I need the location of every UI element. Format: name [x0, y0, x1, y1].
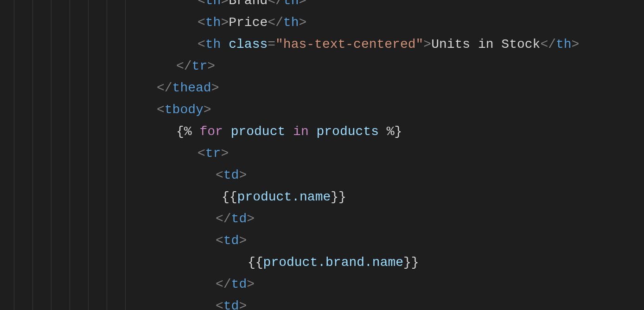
code-line[interactable]: </td> — [0, 273, 579, 295]
token-template-delim: %} — [379, 121, 402, 142]
token-bracket: > — [239, 295, 247, 310]
token-keyword: in — [293, 121, 309, 142]
token-ident: product.brand.name — [263, 252, 403, 273]
token-template-delim: {{ — [222, 186, 237, 208]
token-ident: product.name — [237, 186, 331, 208]
code-line[interactable]: <td> — [0, 230, 579, 252]
token-template-delim: }} — [331, 186, 346, 208]
code-line[interactable]: <tr> — [0, 142, 579, 164]
code-line[interactable]: <th class="has-text-centered">Units in S… — [0, 33, 579, 55]
token-bracket: > — [239, 164, 247, 186]
token-bracket: < — [198, 12, 205, 33]
code-line[interactable]: <th>Brand</th> — [0, 0, 579, 12]
token-bracket: < — [198, 142, 205, 164]
indent-guide — [51, 0, 51, 310]
token-bracket: </ — [216, 208, 231, 230]
token-tag: th — [205, 12, 221, 33]
code-line[interactable]: {% for product in products %} — [0, 121, 579, 142]
indent-guide — [14, 0, 14, 310]
token-bracket: < — [157, 99, 165, 121]
token-bracket: </ — [157, 77, 172, 99]
token-bracket: </ — [176, 55, 192, 77]
token-bracket: > — [572, 33, 580, 55]
code-line[interactable]: </thead> — [0, 77, 579, 99]
token-bracket: > — [299, 0, 306, 12]
token-bracket: </ — [216, 273, 231, 295]
token-bracket: > — [299, 12, 306, 33]
token-tag: th — [283, 0, 299, 12]
indent-guide — [88, 0, 89, 310]
token-bracket: > — [239, 230, 247, 252]
code-line[interactable]: <tbody> — [0, 99, 579, 121]
token-bracket: > — [247, 273, 255, 295]
token-ident: products — [317, 121, 379, 142]
token-tag: th — [205, 0, 221, 12]
code-line[interactable]: {{product.brand.name}} — [0, 252, 579, 273]
token-bracket: > — [221, 0, 229, 12]
token-bracket: > — [247, 208, 255, 230]
token-tag: td — [223, 164, 239, 186]
token-text — [221, 33, 229, 55]
code-line[interactable]: <th>Price</th> — [0, 12, 579, 33]
token-bracket: </ — [540, 33, 556, 55]
token-bracket: < — [198, 33, 205, 55]
token-text — [309, 121, 317, 142]
token-text: Price — [229, 12, 268, 33]
code-area[interactable]: <th>Brand</th><th>Price</th><th class="h… — [0, 0, 579, 310]
token-text — [285, 121, 293, 142]
token-bracket: > — [221, 12, 229, 33]
token-tag: tr — [192, 55, 208, 77]
token-tag: tbody — [165, 99, 204, 121]
token-bracket: > — [423, 33, 431, 55]
token-tag: th — [283, 12, 299, 33]
code-line[interactable]: {{product.name}} — [0, 186, 579, 208]
token-bracket: < — [216, 230, 223, 252]
token-bracket: > — [204, 99, 211, 121]
token-bracket: > — [207, 55, 215, 77]
code-line[interactable]: <td> — [0, 164, 579, 186]
token-bracket: > — [221, 142, 229, 164]
indent-guide — [125, 0, 126, 310]
token-template-delim: {{ — [248, 252, 263, 273]
token-tag: tr — [205, 142, 221, 164]
token-attr-val: "has-text-centered" — [275, 33, 423, 55]
token-bracket: </ — [268, 12, 283, 33]
token-tag: td — [223, 295, 239, 310]
token-keyword: for — [199, 121, 223, 142]
indent-guide — [32, 0, 33, 310]
token-template-delim: }} — [403, 252, 419, 273]
indent-guide — [70, 0, 70, 310]
token-text: Units in Stock — [431, 33, 540, 55]
token-bracket: > — [211, 77, 219, 99]
token-template-delim: {% — [176, 121, 199, 142]
token-bracket: = — [268, 33, 275, 55]
token-text: Brand — [229, 0, 268, 12]
token-text — [223, 121, 231, 142]
code-editor[interactable]: <th>Brand</th><th>Price</th><th class="h… — [0, 0, 644, 310]
token-ident: product — [231, 121, 286, 142]
code-line[interactable]: </td> — [0, 208, 579, 230]
token-attr-name: class — [229, 33, 268, 55]
token-tag: thead — [172, 77, 211, 99]
token-tag: td — [231, 208, 247, 230]
indent-guide — [107, 0, 107, 310]
code-line[interactable]: </tr> — [0, 55, 579, 77]
token-bracket: </ — [268, 0, 283, 12]
token-bracket: < — [216, 295, 223, 310]
code-line[interactable]: <td> — [0, 295, 579, 310]
token-tag: td — [223, 230, 239, 252]
token-tag: th — [205, 33, 221, 55]
token-tag: td — [231, 273, 247, 295]
token-bracket: < — [198, 0, 205, 12]
token-tag: th — [556, 33, 572, 55]
token-bracket: < — [216, 164, 223, 186]
